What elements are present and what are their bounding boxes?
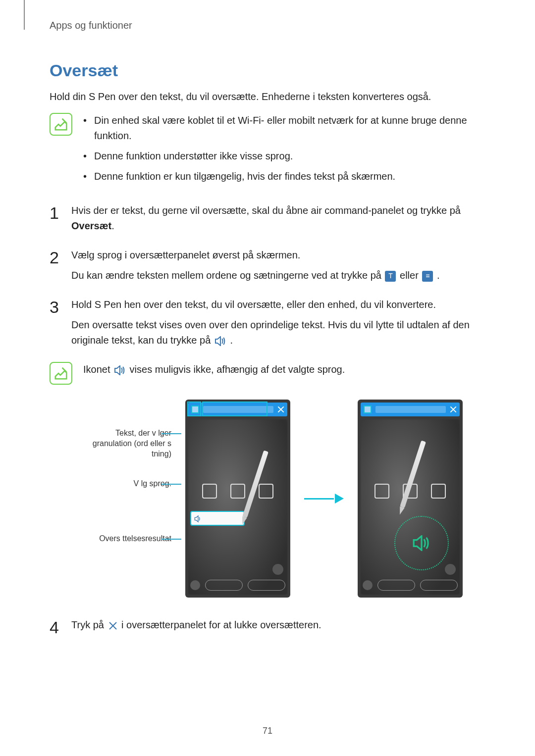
step-3: 3 Hold S Pen hen over den tekst, du vil … bbox=[50, 297, 495, 348]
step-number: 3 bbox=[50, 294, 59, 320]
sound-icon bbox=[114, 365, 126, 375]
close-icon bbox=[450, 406, 457, 413]
scroll-up-icon bbox=[272, 564, 283, 575]
note2-text-a: Ikonet bbox=[83, 364, 113, 375]
scroll-up-icon bbox=[445, 564, 456, 575]
note1-item: Denne funktion understøtter ikke visse s… bbox=[83, 149, 495, 164]
step3-line1: Hold S Pen hen over den tekst, du vil ov… bbox=[71, 297, 495, 312]
step1-text-b: . bbox=[111, 220, 114, 231]
step3-line2a: Den oversatte tekst vises oven over den … bbox=[71, 319, 470, 346]
step2-line2c: . bbox=[437, 270, 440, 281]
bottom-pill bbox=[377, 580, 415, 591]
sound-icon bbox=[214, 336, 226, 346]
step-number: 1 bbox=[50, 200, 59, 226]
step2-line2b: eller bbox=[400, 270, 421, 281]
step1-text-a: Hvis der er tekst, du gerne vil oversætt… bbox=[71, 205, 461, 216]
step2-line1: Vælg sprog i oversætterpanelet øverst på… bbox=[71, 248, 495, 263]
note-icon bbox=[50, 362, 72, 385]
arrow-right-icon bbox=[304, 494, 344, 504]
step-number: 2 bbox=[50, 245, 59, 271]
section-intro: Hold din S Pen over den tekst, du vil ov… bbox=[50, 89, 495, 104]
step-4: 4 Tryk på i oversætterpanelet for at luk… bbox=[50, 617, 495, 633]
page-number: 71 bbox=[0, 726, 535, 736]
granulation-toggle-icon bbox=[364, 405, 372, 413]
left-margin-rule bbox=[24, 0, 25, 30]
step2-line2a: Du kan ændre teksten mellem ordene og sæ… bbox=[71, 270, 384, 281]
app-icon bbox=[202, 484, 217, 499]
lines-mode-icon: ≡ bbox=[422, 271, 433, 282]
translate-topbar bbox=[361, 403, 460, 416]
callout-box-2 bbox=[202, 402, 268, 416]
phone-screenshot-left bbox=[185, 400, 290, 598]
app-icon bbox=[431, 484, 446, 499]
note-icon bbox=[50, 113, 72, 136]
menu-dot-icon bbox=[190, 580, 200, 590]
breadcrumb: Apps og funktioner bbox=[50, 20, 495, 31]
close-icon bbox=[277, 406, 284, 413]
note-block-1: Din enhed skal være koblet til et Wi-Fi-… bbox=[50, 113, 495, 189]
step-number: 4 bbox=[50, 614, 59, 641]
note1-item: Denne funktion er kun tilgængelig, hvis … bbox=[83, 169, 495, 184]
bottom-pill bbox=[420, 580, 458, 591]
callout-box-1 bbox=[187, 402, 201, 416]
step3-line2b: . bbox=[230, 335, 233, 346]
section-title: Oversæt bbox=[50, 61, 495, 80]
callout-3: Overs ttelsesresultat bbox=[99, 534, 171, 543]
figure-area: Tekst, der v lger granulation (ord eller… bbox=[50, 400, 495, 598]
step4-text-a: Tryk på bbox=[71, 619, 107, 630]
note2-text-b: vises muligvis ikke, afhængig af det val… bbox=[130, 364, 345, 375]
bottom-pill bbox=[205, 580, 243, 591]
note1-item: Din enhed skal være koblet til et Wi-Fi-… bbox=[83, 113, 495, 144]
note-block-2: Ikonet vises muligvis ikke, afhængig af … bbox=[50, 362, 495, 385]
step1-bold: Oversæt bbox=[71, 220, 111, 231]
language-selector-placeholder bbox=[375, 406, 446, 413]
step4-text-b: i oversætterpanelet for at lukke oversæt… bbox=[121, 619, 321, 630]
callout-1: Tekst, der v lger granulation (ord eller… bbox=[93, 429, 171, 458]
close-icon bbox=[108, 621, 118, 631]
text-mode-icon: T bbox=[385, 271, 396, 282]
step-2: 2 Vælg sprog i oversætterpanelet øverst … bbox=[50, 248, 495, 283]
bottom-pill bbox=[248, 580, 285, 591]
menu-dot-icon bbox=[363, 580, 373, 590]
phone-screenshot-right bbox=[358, 400, 463, 598]
sound-highlight-circle bbox=[394, 516, 449, 570]
step-1: 1 Hvis der er tekst, du gerne vil oversæ… bbox=[50, 203, 495, 234]
